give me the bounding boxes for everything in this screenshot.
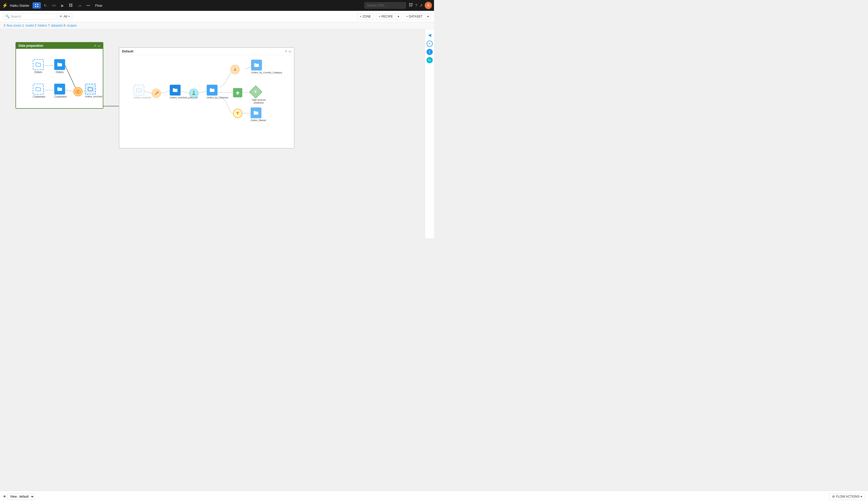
- orders-by-customer-node[interactable]: Orders_by_customer: [207, 85, 224, 99]
- svg-point-28: [192, 94, 193, 95]
- orders-enriched-folder-icon: [87, 86, 94, 92]
- right-sidebar: ◀ + i ↻: [425, 29, 434, 238]
- nav-refresh-btn[interactable]: ↻: [42, 3, 49, 9]
- filter-dropdown[interactable]: ▼ All ▾: [57, 13, 72, 20]
- nav-more-btn[interactable]: •••: [84, 3, 92, 9]
- user-avatar[interactable]: A: [425, 2, 432, 9]
- ml-recipe-node[interactable]: [233, 88, 242, 97]
- orders-dest-label: Orders: [54, 71, 65, 74]
- datasets-link[interactable]: datasets: [51, 24, 63, 28]
- svg-rect-1: [71, 3, 72, 5]
- orders-enriched-prepared-node[interactable]: Orders_enriched_prepared: [170, 85, 187, 99]
- nav-grid-btn[interactable]: [67, 2, 75, 9]
- notifications-icon-btn[interactable]: ↗: [419, 3, 423, 8]
- flow-zones-link[interactable]: flow zones: [7, 24, 21, 28]
- group-recipe-node[interactable]: [189, 88, 198, 98]
- app-name: Haiku Starter: [10, 3, 30, 8]
- svg-point-29: [194, 94, 195, 95]
- orders-source-node[interactable]: Orders: [33, 59, 44, 74]
- filter-label: All: [63, 14, 67, 18]
- svg-rect-5: [411, 3, 412, 4]
- nav-screen-btn[interactable]: ▭: [76, 3, 83, 9]
- svg-rect-10: [409, 6, 410, 7]
- customers-dest-node[interactable]: Customers: [54, 84, 67, 98]
- recipes-link[interactable]: recipes: [67, 24, 77, 28]
- default-orders-enriched-icon: [136, 87, 142, 93]
- orders-enriched-prepared-label: Orders_enriched_prepared: [170, 96, 187, 99]
- folders-link[interactable]: folders: [38, 24, 47, 28]
- orders-by-customer-label: Orders_by_customer: [207, 96, 224, 99]
- default-zone-title: Default: [122, 49, 133, 53]
- apps-icon-btn[interactable]: [409, 3, 413, 8]
- orders-source-label: Orders: [33, 71, 44, 74]
- high-revenue-prediction-node[interactable]: High revenue prediction: [250, 86, 268, 104]
- model-link[interactable]: model: [25, 24, 34, 28]
- svg-rect-9: [412, 5, 413, 6]
- split-icon: [233, 67, 237, 72]
- default-zone: Default ↗ ▭: [119, 47, 294, 148]
- nav-flow-btn[interactable]: [32, 2, 41, 9]
- default-orders-enriched-node[interactable]: Orders_enriched: [134, 85, 150, 99]
- search-icon: 🔍: [6, 14, 10, 18]
- add-recipe-dropdown-btn[interactable]: ▾: [395, 13, 401, 20]
- orders-dest-node[interactable]: Orders: [54, 59, 65, 74]
- zone-expand-icon[interactable]: ↗: [94, 44, 96, 48]
- add-recipe-btn[interactable]: + RECIPE: [376, 13, 395, 20]
- svg-rect-0: [69, 3, 71, 5]
- default-zone-header: Default ↗ ▭: [119, 48, 294, 55]
- add-dataset-dropdown-btn[interactable]: ▾: [425, 13, 431, 20]
- folder-solid-icon: [56, 61, 63, 67]
- ml-icon: [235, 90, 240, 95]
- default-zone-controls: ↗ ▭: [285, 50, 291, 53]
- add-zone-btn[interactable]: + ZONE: [357, 13, 374, 20]
- orders-enriched-node[interactable]: Orders_enriched: [85, 84, 101, 98]
- zone-header-controls: ↗ ▭: [94, 44, 100, 48]
- filter-icon: ▼: [59, 14, 63, 18]
- join-recipe-node[interactable]: [73, 87, 83, 96]
- default-orders-enriched-label: Orders_enriched: [134, 96, 150, 99]
- orders-by-customer-icon: [209, 87, 215, 93]
- add-dataset-btn[interactable]: + DATASET: [403, 13, 425, 20]
- sidebar-info-btn[interactable]: i: [426, 49, 433, 55]
- data-prep-connectors: [16, 49, 103, 108]
- svg-rect-6: [412, 3, 413, 4]
- join-icon: [75, 89, 81, 94]
- datasets-count: 7: [48, 24, 51, 28]
- customers-source-node[interactable]: Customers: [33, 84, 45, 98]
- svg-rect-2: [69, 6, 71, 7]
- wrench-icon: [154, 91, 158, 96]
- add-dataset-group: + DATASET ▾: [403, 13, 431, 20]
- flow-search[interactable]: 🔍 Search: [3, 13, 55, 20]
- split-recipe-node[interactable]: [230, 65, 240, 74]
- customers-dest-folder-icon: [56, 86, 63, 92]
- orders-enriched-label: Orders_enriched: [85, 95, 101, 98]
- data-prep-zone: Data preparation ↗ ▭: [16, 42, 103, 109]
- group-icon: [192, 91, 196, 96]
- svg-rect-8: [411, 5, 412, 6]
- filter-recipe-node[interactable]: [233, 109, 242, 118]
- svg-rect-7: [409, 5, 410, 6]
- prep-recipe-node[interactable]: [152, 88, 161, 98]
- summary-bar: 2 flow zones 1 model 2 folders 7 dataset…: [0, 22, 434, 29]
- sidebar-refresh-btn[interactable]: ↻: [426, 57, 433, 63]
- flow-canvas[interactable]: ◀ + i ↻ Data preparation ↗ ▭: [0, 29, 434, 238]
- nav-code-btn[interactable]: </>: [50, 3, 58, 8]
- orders-country-cat-label: Orders_by_Country_Category: [251, 71, 269, 74]
- flow-title: Flow: [95, 3, 102, 8]
- orders-filtered-label: Orders_filtered: [251, 119, 266, 122]
- folder-outline-icon: [35, 61, 41, 67]
- default-zone-window-icon[interactable]: ▭: [289, 50, 291, 53]
- orders-country-cat-node[interactable]: Orders_by_Country_Category: [251, 60, 269, 74]
- recipes-count: 6: [63, 24, 66, 28]
- high-revenue-label: High revenue prediction: [250, 98, 268, 104]
- sidebar-collapse-btn[interactable]: ◀: [426, 31, 433, 39]
- search-placeholder: Search: [11, 14, 21, 18]
- zone-window-icon[interactable]: ▭: [98, 44, 100, 48]
- default-zone-expand-icon[interactable]: ↗: [285, 50, 287, 53]
- toolbar: 🔍 Search ▼ All ▾ + ZONE + RECIPE ▾ + DAT…: [0, 11, 434, 22]
- nav-run-btn[interactable]: ▶: [59, 3, 66, 9]
- sidebar-plus-btn[interactable]: +: [426, 41, 433, 47]
- help-icon-btn[interactable]: ?: [415, 3, 417, 8]
- global-search-input[interactable]: [364, 2, 406, 9]
- orders-filtered-node[interactable]: Orders_filtered: [251, 107, 266, 122]
